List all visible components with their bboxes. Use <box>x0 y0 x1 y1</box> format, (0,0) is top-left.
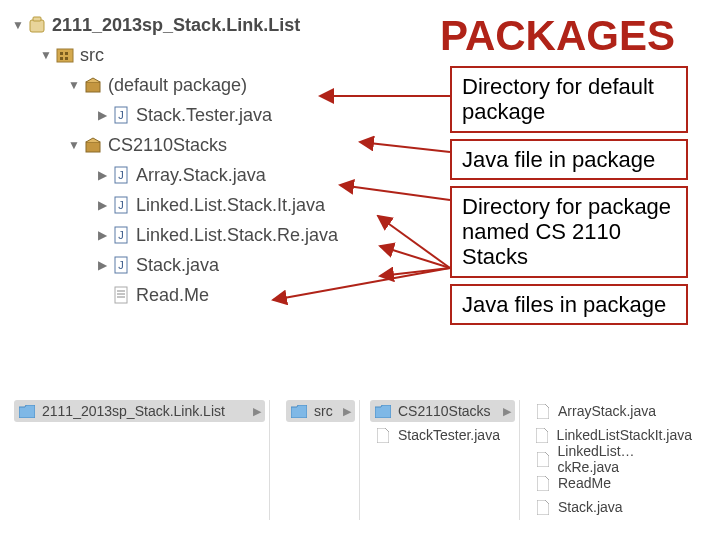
folder-icon <box>290 403 308 419</box>
svg-rect-4 <box>65 52 68 55</box>
tree-cs2110-package[interactable]: CS2110Stacks <box>66 130 338 160</box>
svg-text:J: J <box>118 229 124 241</box>
finder-item-src[interactable]: src ▶ <box>286 400 355 422</box>
finder-label: src <box>314 403 333 419</box>
file-icon <box>534 451 551 467</box>
finder-item-project[interactable]: 2111_2013sp_Stack.Link.List ▶ <box>14 400 265 422</box>
finder-label: 2111_2013sp_Stack.Link.List <box>42 403 225 419</box>
folder-icon <box>18 403 36 419</box>
chevron-right-icon: ▶ <box>503 405 511 418</box>
package-explorer: 2111_2013sp_Stack.Link.List src (default… <box>10 10 338 310</box>
expand-icon[interactable] <box>66 78 82 92</box>
finder-item-arraystack[interactable]: ArrayStack.java <box>530 400 696 422</box>
finder-item-linkedre[interactable]: LinkedList…ckRe.java <box>530 448 696 470</box>
chevron-right-icon: ▶ <box>253 405 261 418</box>
expand-icon[interactable] <box>94 198 110 212</box>
finder-label: CS2110Stacks <box>398 403 491 419</box>
svg-rect-10 <box>86 142 100 152</box>
src-folder-icon <box>54 45 76 65</box>
file-icon <box>534 499 552 515</box>
callout-stack: Directory for default package Java file … <box>450 66 688 325</box>
tree-java-file[interactable]: J Stack.java <box>94 250 338 280</box>
svg-rect-2 <box>57 49 73 62</box>
svg-line-25 <box>340 185 450 200</box>
expand-icon[interactable] <box>66 138 82 152</box>
finder-item-readme[interactable]: ReadMe <box>530 472 696 494</box>
tree-label: Linked.List.Stack.It.java <box>136 195 325 216</box>
svg-line-26 <box>378 216 450 268</box>
finder-col-2: src ▶ <box>270 400 360 520</box>
svg-text:J: J <box>118 199 124 211</box>
callout-cs2110-pkg: Directory for package named CS 2110 Stac… <box>450 186 688 278</box>
tree-java-file[interactable]: J Stack.Tester.java <box>94 100 338 130</box>
tree-default-package[interactable]: (default package) <box>66 70 338 100</box>
tree-label: Stack.java <box>136 255 219 276</box>
java-file-icon: J <box>110 225 132 245</box>
finder-item-stack[interactable]: Stack.java <box>530 496 696 518</box>
svg-line-28 <box>380 268 450 276</box>
package-icon <box>82 75 104 95</box>
tree-text-file[interactable]: Read.Me <box>94 280 338 310</box>
java-file-icon: J <box>110 105 132 125</box>
svg-text:J: J <box>118 259 124 271</box>
expand-icon[interactable] <box>94 228 110 242</box>
slide-title: PACKAGES <box>440 12 675 60</box>
file-icon <box>534 427 551 443</box>
finder-label: LinkedListStackIt.java <box>557 427 692 443</box>
java-file-icon: J <box>110 195 132 215</box>
tree-label: Read.Me <box>136 285 209 306</box>
finder-label: ArrayStack.java <box>558 403 656 419</box>
java-file-icon: J <box>110 165 132 185</box>
svg-rect-7 <box>86 82 100 92</box>
finder-col-4: ArrayStack.java LinkedListStackIt.java L… <box>520 400 700 520</box>
callout-java-file: Java file in package <box>450 139 688 180</box>
finder-col-1: 2111_2013sp_Stack.Link.List ▶ <box>10 400 270 520</box>
finder-item-cs2110[interactable]: CS2110Stacks ▶ <box>370 400 515 422</box>
text-file-icon <box>110 285 132 305</box>
callout-default-pkg: Directory for default package <box>450 66 688 133</box>
tree-label: Stack.Tester.java <box>136 105 272 126</box>
expand-icon[interactable] <box>94 108 110 122</box>
tree-label: (default package) <box>108 75 247 96</box>
file-icon <box>534 475 552 491</box>
svg-rect-19 <box>115 287 127 303</box>
svg-rect-1 <box>33 17 41 21</box>
callout-java-files: Java files in package <box>450 284 688 325</box>
chevron-right-icon: ▶ <box>343 405 351 418</box>
tree-label: src <box>80 45 104 66</box>
svg-rect-5 <box>60 57 63 60</box>
tree-java-file[interactable]: J Array.Stack.java <box>94 160 338 190</box>
finder-label: ReadMe <box>558 475 611 491</box>
file-icon <box>534 403 552 419</box>
file-icon <box>374 427 392 443</box>
tree-java-file[interactable]: J Linked.List.Stack.It.java <box>94 190 338 220</box>
java-file-icon: J <box>110 255 132 275</box>
svg-rect-3 <box>60 52 63 55</box>
expand-icon[interactable] <box>94 258 110 272</box>
svg-line-27 <box>380 246 450 268</box>
finder-label: Stack.java <box>558 499 623 515</box>
tree-label: Array.Stack.java <box>136 165 266 186</box>
finder-item-stacktester[interactable]: StackTester.java <box>370 424 515 446</box>
finder-browser: 2111_2013sp_Stack.Link.List ▶ src ▶ CS21… <box>10 400 710 520</box>
svg-rect-6 <box>65 57 68 60</box>
tree-label: CS2110Stacks <box>108 135 227 156</box>
svg-text:J: J <box>118 109 124 121</box>
tree-project[interactable]: 2111_2013sp_Stack.Link.List <box>10 10 338 40</box>
tree-src[interactable]: src <box>38 40 338 70</box>
tree-label: 2111_2013sp_Stack.Link.List <box>52 15 300 36</box>
project-icon <box>26 15 48 35</box>
tree-java-file[interactable]: J Linked.List.Stack.Re.java <box>94 220 338 250</box>
finder-label: LinkedList…ckRe.java <box>557 443 692 475</box>
finder-label: StackTester.java <box>398 427 500 443</box>
tree-label: Linked.List.Stack.Re.java <box>136 225 338 246</box>
svg-rect-0 <box>30 20 44 32</box>
expand-icon[interactable] <box>38 48 54 62</box>
svg-line-24 <box>360 142 450 152</box>
finder-col-3: CS2110Stacks ▶ StackTester.java <box>360 400 520 520</box>
expand-icon[interactable] <box>10 18 26 32</box>
folder-icon <box>374 403 392 419</box>
svg-text:J: J <box>118 169 124 181</box>
package-icon <box>82 135 104 155</box>
expand-icon[interactable] <box>94 168 110 182</box>
